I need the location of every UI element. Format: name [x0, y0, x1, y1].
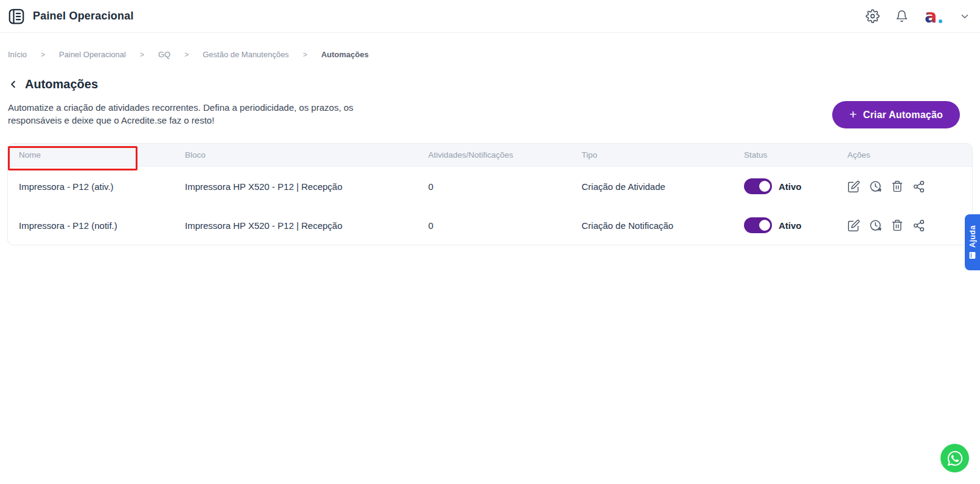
help-book-icon: [968, 251, 976, 259]
automation-type: Criação de Notificação: [571, 206, 733, 245]
breadcrumb-automacoes: Automações: [321, 50, 369, 59]
breadcrumb-inicio[interactable]: Início: [8, 50, 27, 59]
automation-name: Impressora - P12 (ativ.): [8, 167, 174, 206]
whatsapp-icon: [947, 450, 964, 467]
page-title: Automações: [25, 77, 98, 91]
column-header-atividades: Atividades/Notificações: [417, 144, 571, 166]
status-toggle[interactable]: [744, 178, 772, 194]
notifications-bell-icon[interactable]: [895, 10, 908, 23]
automation-count: 0: [417, 167, 571, 206]
status-toggle[interactable]: [744, 217, 772, 233]
automation-count: 0: [417, 206, 571, 245]
automation-name: Impressora - P12 (notif.): [8, 206, 174, 245]
create-automation-label: Criar Automação: [863, 110, 943, 121]
table-header-row: Nome Bloco Atividades/Notificações Tipo …: [8, 144, 972, 167]
create-automation-button[interactable]: + Criar Automação: [832, 101, 960, 128]
automations-table: Nome Bloco Atividades/Notificações Tipo …: [7, 143, 973, 245]
edit-icon[interactable]: [847, 180, 860, 193]
whatsapp-button[interactable]: [940, 444, 969, 472]
share-icon[interactable]: [912, 180, 925, 193]
app-title: Painel Operacional: [33, 10, 134, 23]
column-header-tipo: Tipo: [571, 144, 733, 166]
column-header-status: Status: [733, 144, 836, 166]
breadcrumb: Início > Painel Operacional > GQ > Gestã…: [8, 50, 980, 59]
top-bar: Painel Operacional a: [0, 0, 980, 33]
automation-block: Impressora HP X520 - P12 | Recepção: [174, 167, 417, 206]
column-header-nome: Nome: [8, 144, 174, 166]
automation-type: Criação de Atividade: [571, 167, 733, 206]
breadcrumb-separator: >: [140, 51, 144, 59]
account-avatar-logo[interactable]: a: [924, 6, 944, 27]
share-icon[interactable]: [912, 219, 925, 232]
app-logo-panel-icon: [7, 7, 26, 26]
history-clock-icon[interactable]: [869, 180, 882, 193]
delete-trash-icon[interactable]: [891, 180, 903, 192]
status-badge: Ativo: [779, 181, 802, 192]
breadcrumb-painel-operacional[interactable]: Painel Operacional: [59, 50, 126, 59]
column-header-acoes: Ações: [836, 144, 972, 166]
breadcrumb-separator: >: [303, 51, 307, 59]
help-tab-label: Ajuda: [968, 225, 977, 248]
settings-gear-icon[interactable]: [866, 9, 880, 23]
column-header-bloco: Bloco: [174, 144, 417, 166]
breadcrumb-separator: >: [184, 51, 189, 59]
page-description: Automatize a criação de atividades recor…: [8, 101, 380, 127]
status-badge: Ativo: [779, 220, 802, 231]
delete-trash-icon[interactable]: [891, 219, 903, 231]
breadcrumb-separator: >: [41, 51, 45, 59]
table-row: Impressora - P12 (ativ.) Impressora HP X…: [8, 167, 972, 206]
automation-block: Impressora HP X520 - P12 | Recepção: [174, 206, 417, 245]
table-row: Impressora - P12 (notif.) Impressora HP …: [8, 206, 972, 245]
help-tab[interactable]: Ajuda: [965, 214, 980, 270]
breadcrumb-gq[interactable]: GQ: [158, 50, 170, 59]
edit-icon[interactable]: [847, 219, 860, 232]
svg-text:a: a: [925, 6, 937, 27]
account-chevron-down-icon[interactable]: [959, 11, 970, 22]
history-clock-icon[interactable]: [869, 219, 882, 232]
back-icon[interactable]: [7, 79, 19, 90]
breadcrumb-gestao-de-manutencoes[interactable]: Gestão de Manutenções: [203, 50, 289, 59]
plus-icon: +: [849, 108, 857, 121]
